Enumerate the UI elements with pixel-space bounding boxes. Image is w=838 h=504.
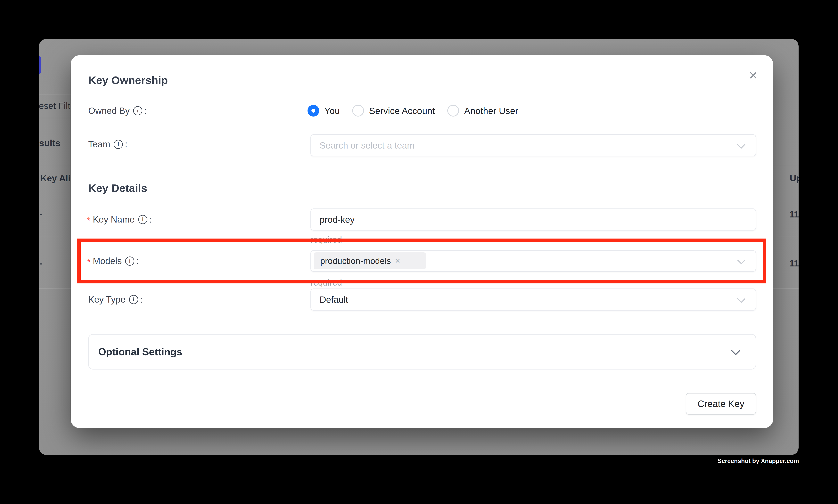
key-name-value: prod-key: [320, 214, 355, 225]
results-count-fragment: sults: [39, 138, 60, 148]
key-name-label: * Key Name i :: [87, 214, 152, 225]
chevron-down-icon: [737, 294, 746, 303]
models-label: * Models i :: [87, 256, 139, 266]
info-icon: i: [114, 140, 123, 149]
section-title-key-details: Key Details: [88, 182, 147, 194]
optional-settings-accordion[interactable]: Optional Settings: [88, 334, 756, 370]
chevron-down-icon: [731, 345, 741, 356]
key-type-value: Default: [320, 294, 348, 305]
chevron-down-icon: [737, 140, 746, 149]
info-icon: i: [125, 256, 134, 266]
key-type-select[interactable]: Default: [310, 288, 756, 310]
key-name-validation-message: required: [310, 235, 342, 245]
sidebar-accent-fragment: [39, 56, 41, 74]
selected-model-tag: production-models ✕: [314, 252, 426, 269]
radio-option-another-user[interactable]: Another User: [447, 105, 518, 116]
radio-selected-icon[interactable]: [307, 105, 319, 116]
column-header-updated: Up: [790, 173, 799, 183]
info-icon: i: [129, 295, 138, 304]
owned-by-radio-group: You Service Account Another User: [307, 105, 518, 116]
selected-model-tag-label: production-models: [320, 256, 391, 266]
team-label: Team i :: [88, 139, 127, 149]
info-icon: i: [133, 106, 142, 115]
chevron-down-icon: [737, 256, 746, 265]
radio-option-service-account[interactable]: Service Account: [352, 105, 435, 116]
table-row: -: [40, 258, 42, 268]
table-row: -: [40, 209, 42, 219]
key-type-label: Key Type i :: [88, 294, 143, 305]
key-name-input[interactable]: prod-key: [310, 209, 756, 231]
models-validation-message: required: [310, 278, 342, 288]
radio-unselected-icon[interactable]: [352, 105, 364, 116]
required-asterisk: *: [87, 216, 90, 226]
optional-settings-title: Optional Settings: [98, 346, 182, 358]
tag-remove-icon[interactable]: ✕: [395, 257, 400, 265]
reset-filters-label: eset Filt: [39, 100, 70, 111]
close-icon[interactable]: ✕: [744, 67, 762, 85]
table-cell-updated: 11/: [789, 209, 799, 220]
models-select[interactable]: production-models ✕: [310, 250, 756, 272]
required-asterisk: *: [87, 257, 90, 267]
create-key-button[interactable]: Create Key: [686, 393, 756, 415]
radio-unselected-icon[interactable]: [447, 105, 459, 116]
radio-option-you[interactable]: You: [307, 105, 340, 116]
column-header-key-alias: Key Alia: [40, 173, 75, 183]
owned-by-label: Owned By i :: [88, 105, 147, 116]
watermark: Screenshot by Xnapper.com: [717, 457, 799, 465]
team-select-placeholder: Search or select a team: [320, 140, 414, 151]
info-icon: i: [138, 215, 147, 224]
team-select[interactable]: Search or select a team: [310, 134, 756, 156]
table-cell-updated: 11/: [789, 258, 799, 269]
create-key-modal: ✕ Key Ownership Owned By i : You Service…: [71, 55, 773, 428]
section-title-key-ownership: Key Ownership: [88, 74, 168, 87]
